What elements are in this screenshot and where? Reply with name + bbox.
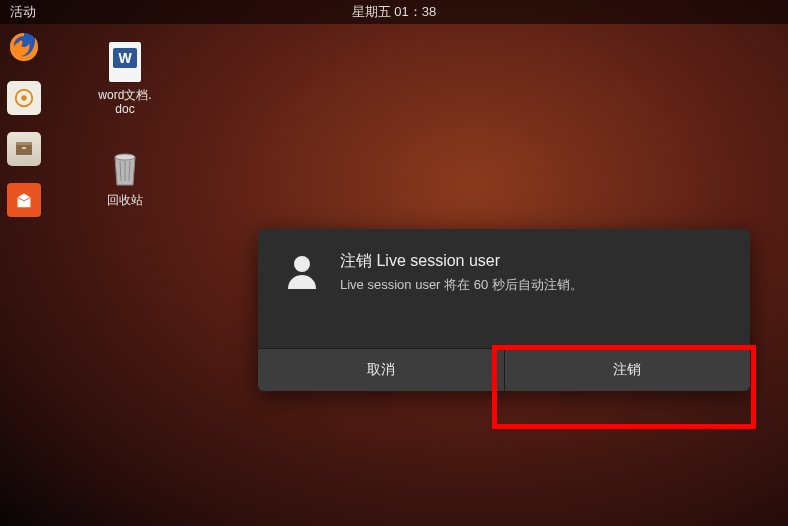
logout-dialog: 注销 Live session user Live session user 将… (258, 229, 750, 391)
svg-rect-3 (16, 144, 32, 155)
word-doc-icon: W (105, 40, 145, 84)
trash-icon (105, 145, 145, 189)
svg-rect-5 (22, 147, 26, 149)
dialog-text: 注销 Live session user Live session user 将… (340, 251, 583, 294)
desktop-icon-label: word文档. doc (98, 88, 151, 117)
dock-firefox-icon[interactable] (7, 30, 41, 64)
svg-rect-4 (16, 142, 32, 145)
svg-point-9 (115, 154, 135, 160)
logout-button[interactable]: 注销 (504, 349, 751, 391)
dock-software-icon[interactable] (7, 183, 41, 217)
activities-button[interactable]: 活动 (0, 3, 36, 21)
dialog-title: 注销 Live session user (340, 251, 583, 272)
cancel-button[interactable]: 取消 (258, 349, 504, 391)
desktop-icon-trash[interactable]: 回收站 (85, 145, 165, 207)
desktop-icon-word-doc[interactable]: W word文档. doc (85, 40, 165, 117)
svg-text:W: W (118, 50, 132, 66)
dialog-subtitle: Live session user 将在 60 秒后自动注销。 (340, 276, 583, 294)
desktop-icons: W word文档. doc 回收站 (85, 40, 165, 207)
dock-files-icon[interactable] (7, 132, 41, 166)
top-bar: 活动 星期五 01：38 (0, 0, 788, 24)
svg-point-13 (294, 256, 310, 272)
svg-point-2 (21, 95, 27, 101)
clock[interactable]: 星期五 01：38 (352, 3, 437, 21)
user-icon (282, 251, 322, 291)
desktop-icon-label: 回收站 (107, 193, 143, 207)
dialog-buttons: 取消 注销 (258, 348, 750, 391)
dock (4, 30, 44, 217)
dock-rhythmbox-icon[interactable] (7, 81, 41, 115)
dialog-body: 注销 Live session user Live session user 将… (258, 229, 750, 348)
